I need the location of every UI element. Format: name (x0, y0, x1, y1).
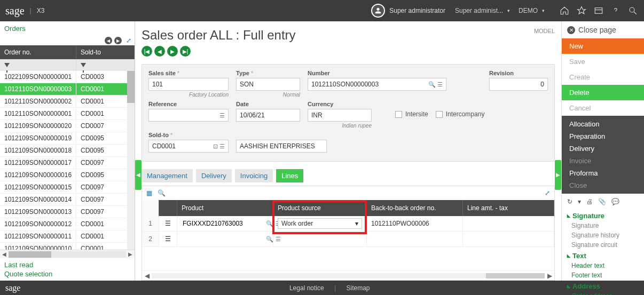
refresh-icon[interactable]: ↻ (567, 198, 572, 205)
expand-icon[interactable]: ⤢ (545, 189, 550, 197)
col-product[interactable]: Product (177, 200, 273, 216)
left-collapse-tab[interactable]: ◀ (135, 160, 142, 190)
signature-circuit-link[interactable]: Signature circuit (562, 240, 644, 250)
print-icon[interactable]: 🖨 (586, 198, 593, 205)
proforma-action[interactable]: Proforma (562, 167, 644, 179)
last-read-link[interactable]: Last read (4, 260, 130, 269)
preparation-action[interactable]: Preparation (562, 130, 644, 142)
order-row[interactable]: 1012109SON00000013CD0097 (0, 206, 135, 218)
orders-grid[interactable]: 1022109SON00000001CD00031012110SON000000… (0, 71, 135, 250)
number-input[interactable]: 1012110SON00000003🔍 ☰ (308, 78, 446, 91)
line-row[interactable]: 1☰🔍☰Work order▾1012110PWO00006 (142, 216, 554, 232)
header-text-link[interactable]: Header text (562, 261, 644, 270)
user-avatar-icon[interactable] (371, 4, 385, 18)
next-record-icon[interactable]: ▶ (167, 46, 178, 57)
new-button[interactable]: New (562, 38, 644, 54)
intercompany-checkbox[interactable]: Intercompany (436, 110, 485, 118)
model-label[interactable]: MODEL (534, 28, 555, 34)
order-row[interactable]: 1012110SON00000001CD0001 (0, 108, 135, 120)
search-icon[interactable] (627, 5, 639, 17)
address-section[interactable]: Address (562, 280, 644, 291)
order-row[interactable]: 1012109SON00000010CD0001 (0, 243, 135, 250)
currency-input[interactable]: INR (308, 109, 372, 122)
order-row[interactable]: 1012109SON00000015CD0097 (0, 181, 135, 194)
list-icon[interactable]: ☰ (437, 81, 443, 87)
last-record-icon[interactable]: ▶| (180, 46, 191, 57)
company-menu[interactable]: Super administ... (455, 7, 510, 14)
row-menu-icon[interactable]: ☰ (159, 216, 177, 231)
grid-settings-icon[interactable]: ▦ (146, 189, 152, 197)
list-icon[interactable]: ☰ (219, 112, 225, 119)
environment-menu[interactable]: DEMO (519, 7, 545, 14)
close-page-button[interactable]: ✕Close page (562, 21, 644, 38)
row-menu-icon[interactable]: ☰ (159, 232, 177, 246)
order-row[interactable]: 1012109SON00000017CD0097 (0, 157, 135, 169)
order-row[interactable]: 1012110SON00000002CD0001 (0, 95, 135, 108)
home-icon[interactable] (559, 5, 570, 17)
sitemap-link[interactable]: Sitemap (346, 284, 370, 292)
signature-link[interactable]: Signature (562, 221, 644, 230)
help-icon[interactable] (610, 5, 622, 17)
list-icon[interactable]: ☰ (219, 143, 225, 149)
col-product-source[interactable]: Product source (273, 200, 367, 216)
page-next-icon[interactable]: ▶ (114, 37, 122, 44)
reference-input[interactable]: ☰ (148, 109, 229, 122)
order-row[interactable]: 1012109SON00000011CD0001 (0, 230, 135, 243)
delivery-action[interactable]: Delivery (562, 142, 644, 155)
invoice-action[interactable]: Invoice (562, 155, 644, 167)
order-row[interactable]: 1012109SON00000014CD0097 (0, 194, 135, 206)
panel-icon[interactable] (593, 5, 604, 17)
scrollbar[interactable] (127, 71, 135, 250)
order-row[interactable]: 1012109SON00000012CD0001 (0, 218, 135, 230)
prev-record-icon[interactable]: ◀ (154, 46, 165, 57)
first-record-icon[interactable]: |◀ (142, 46, 152, 57)
revision-input[interactable]: 0 (489, 78, 548, 91)
type-input[interactable]: SON (236, 78, 300, 91)
col-b2b-order[interactable]: Back-to-back order no. (367, 200, 463, 216)
chevron-down-icon[interactable]: ▾ (578, 198, 581, 205)
b2b-order-cell[interactable] (367, 232, 463, 246)
create-button[interactable]: Create (562, 69, 644, 85)
order-address-link[interactable]: Order address (562, 291, 644, 295)
product-source-select[interactable]: Work order▾ (278, 218, 362, 229)
product-input[interactable]: 🔍☰ (182, 234, 269, 244)
order-row[interactable]: 1012109SON00000018CD0095 (0, 145, 135, 157)
col-line-amt[interactable]: Line amt. - tax (463, 200, 554, 216)
save-button[interactable]: Save (562, 54, 644, 69)
tab-invoicing[interactable]: Invoicing (235, 169, 273, 182)
cancel-button[interactable]: Cancel (562, 100, 644, 116)
delete-button[interactable]: Delete (562, 85, 644, 100)
attach-icon[interactable]: 📎 (598, 198, 606, 205)
search-icon[interactable]: 🔍 (428, 81, 436, 87)
signature-history-link[interactable]: Signature history (562, 230, 644, 240)
intersite-checkbox[interactable]: Intersite (395, 110, 428, 118)
order-row[interactable]: 1012110SON00000003CD0001 (0, 83, 135, 95)
legal-notice-link[interactable]: Legal notice (289, 284, 324, 292)
text-section[interactable]: Text (562, 250, 644, 261)
order-row[interactable]: 1022109SON00000001CD0003 (0, 71, 135, 83)
expand-icon[interactable]: ⤢ (126, 37, 131, 44)
col-order-no[interactable]: Order no. (0, 45, 76, 59)
allocation-action[interactable]: Allocation (562, 118, 644, 130)
sold-to-input[interactable]: CD0001⊡ ☰ (148, 140, 229, 153)
grid-search-icon[interactable]: 🔍 (158, 189, 166, 197)
lines-h-scrollbar[interactable]: ◀▶ (142, 270, 554, 280)
footer-text-link[interactable]: Footer text (562, 270, 644, 280)
product-input[interactable]: 🔍☰ (182, 219, 269, 228)
page-prev-icon[interactable]: ◀ (105, 37, 112, 44)
filter-order-no[interactable] (0, 59, 76, 71)
filter-sold-to[interactable] (76, 59, 135, 71)
date-input[interactable]: 10/06/21 (236, 109, 300, 122)
order-row[interactable]: 1012109SON00000020CD0007 (0, 120, 135, 132)
lookup-icon[interactable]: ⊡ (213, 143, 218, 149)
right-collapse-tab[interactable]: ▶ (555, 160, 561, 190)
comment-icon[interactable]: 💬 (611, 198, 619, 205)
line-row[interactable]: 2☰🔍☰ (142, 232, 554, 247)
h-scrollbar[interactable]: ◀▶ (0, 250, 135, 258)
signature-section[interactable]: Signature (562, 210, 644, 221)
tab-management[interactable]: Management (142, 169, 193, 182)
star-icon[interactable] (576, 5, 587, 17)
close-action[interactable]: Close (562, 179, 644, 192)
b2b-order-cell[interactable]: 1012110PWO00006 (367, 216, 463, 231)
quote-selection-link[interactable]: Quote selection (4, 269, 130, 278)
